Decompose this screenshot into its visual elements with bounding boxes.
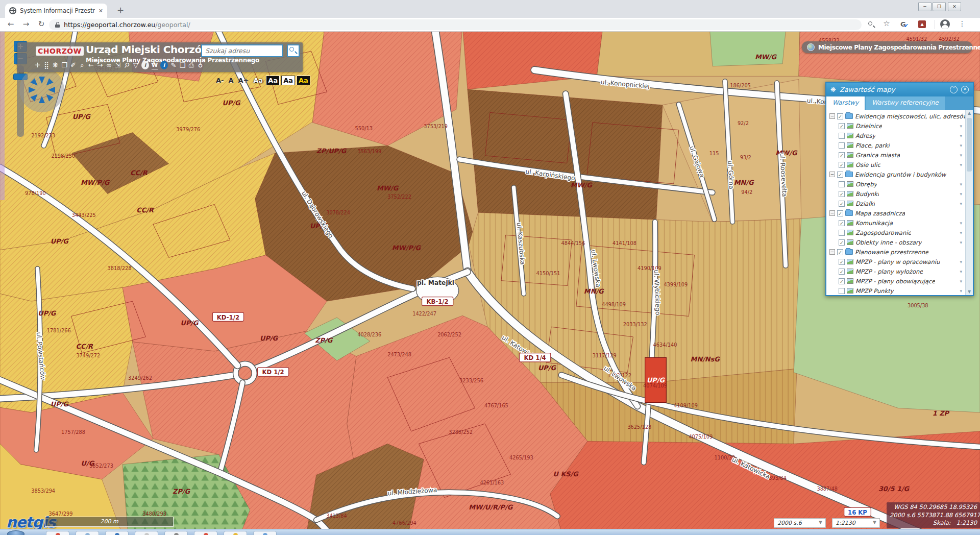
layer-row[interactable]: ✓Dzielnice▾ — [826, 121, 965, 131]
layer-row[interactable]: ✓Obiekty inne - obszary▾ — [826, 237, 965, 247]
forward-arrow-icon[interactable]: → — [97, 61, 104, 69]
map-question-icon[interactable]: ❑ — [179, 61, 186, 69]
settings-gear-icon[interactable]: ❋ — [52, 61, 59, 69]
back-arrow-icon[interactable]: ← — [88, 61, 94, 69]
tab-warstwy[interactable]: Warstwy — [826, 96, 865, 110]
panel-header[interactable]: ❋ Zawartość mapy ˄ ✕ — [826, 83, 973, 96]
window-close-button[interactable]: ✕ — [948, 2, 961, 11]
scroll-up-icon[interactable]: ▲ — [966, 111, 973, 115]
layer-options-arrow-icon[interactable]: ▾ — [960, 279, 962, 284]
draw-marker-icon[interactable]: ✐ — [70, 61, 77, 69]
font-button-5[interactable]: Aa — [281, 76, 295, 85]
layer-row[interactable]: ✓MPZP - plany wyłożone▾ — [826, 266, 965, 276]
layer-checkbox[interactable]: ✓ — [837, 113, 843, 119]
layer-checkbox[interactable] — [839, 288, 845, 294]
layer-checkbox[interactable] — [839, 230, 845, 236]
font-button-3[interactable]: Aa — [252, 76, 265, 85]
basemap-selector[interactable]: Miejscowe Plany Zagospodarowania Przestr… — [802, 41, 972, 53]
identify-info-icon[interactable]: i — [160, 61, 168, 69]
tab-warstwy-referencyjne[interactable]: Warstwy referencyjne — [866, 96, 944, 110]
extent-icon[interactable]: ⇲ — [115, 61, 121, 69]
layer-checkbox[interactable]: ✓ — [839, 191, 845, 197]
layer-row[interactable]: MPZP Punkty▾ — [826, 286, 965, 295]
new-tab-button[interactable]: + — [114, 5, 127, 17]
zoom-page-icon[interactable] — [868, 21, 875, 28]
layer-row[interactable]: ✓Budynki▾ — [826, 189, 965, 199]
group-row[interactable]: −✓Ewidencja miejscowości, ulic, adresów — [826, 111, 965, 121]
profile-avatar[interactable] — [940, 19, 950, 29]
pencil-icon[interactable]: ✎ — [170, 61, 177, 69]
print-icon[interactable]: ⎙ — [188, 61, 195, 69]
layer-checkbox[interactable]: ✓ — [839, 162, 845, 168]
search-button[interactable] — [287, 44, 300, 57]
bookmark-star-icon[interactable]: ☆ — [881, 19, 892, 28]
layer-options-arrow-icon[interactable]: ▾ — [960, 259, 962, 264]
font-button-0[interactable]: A- — [214, 76, 225, 85]
layer-row[interactable]: Obręby▾ — [826, 179, 965, 189]
group-row[interactable]: −✓Ewidencja gruntów i budynków — [826, 169, 965, 179]
taskbar-item[interactable] — [194, 531, 217, 535]
layer-row[interactable]: Adresy▾ — [826, 131, 965, 140]
collapse-minus-icon[interactable]: − — [829, 210, 835, 216]
layer-checkbox[interactable]: ✓ — [839, 201, 845, 207]
layer-options-arrow-icon[interactable]: ▾ — [960, 240, 962, 245]
layer-checkbox[interactable]: ✓ — [837, 210, 843, 216]
taskbar-item[interactable] — [135, 531, 158, 535]
windows-taskbar[interactable] — [0, 529, 980, 535]
layer-row[interactable]: ✓Granica miasta▾ — [826, 150, 965, 160]
layer-options-arrow-icon[interactable]: ▾ — [960, 269, 962, 274]
layer-options-arrow-icon[interactable]: ▾ — [960, 124, 962, 129]
window-restore-button[interactable]: ❐ — [933, 2, 946, 11]
browser-tab[interactable]: System Informacji Przestrzennej U ✕ — [5, 4, 107, 18]
layer-options-arrow-icon[interactable]: ▾ — [960, 182, 962, 187]
group-row[interactable]: −✓Planowanie przestrzenne — [826, 247, 965, 257]
layer-checkbox[interactable] — [839, 181, 845, 187]
extension-g-icon[interactable]: G✔ — [900, 20, 911, 28]
collapse-minus-icon[interactable]: − — [829, 249, 835, 255]
taskbar-item[interactable] — [76, 531, 99, 535]
scroll-down-icon[interactable]: ▼ — [966, 289, 973, 294]
info-icon[interactable]: i — [141, 61, 149, 69]
layer-row[interactable]: ✓Komunikacja▾ — [826, 218, 965, 228]
layer-checkbox[interactable]: ✓ — [839, 239, 845, 246]
panel-close-icon[interactable]: ✕ — [961, 86, 969, 93]
layer-checkbox[interactable]: ✓ — [839, 259, 845, 265]
group-row[interactable]: −✓Mapa zasadnicza — [826, 208, 965, 218]
reload-icon[interactable]: ↻ — [36, 19, 47, 29]
layer-row[interactable]: ✓Działki▾ — [826, 199, 965, 208]
filter-icon[interactable]: ▽ — [133, 61, 139, 69]
layer-row[interactable]: Zagospodarowanie▾ — [826, 228, 965, 237]
layer-options-arrow-icon[interactable]: ▾ — [960, 133, 962, 138]
taskbar-item[interactable] — [105, 531, 129, 535]
collapse-minus-icon[interactable]: − — [829, 113, 835, 119]
panel-scrollbar[interactable]: ▲ ▼ — [965, 110, 973, 295]
panel-collapse-icon[interactable]: ˄ — [950, 86, 958, 93]
forward-icon[interactable]: → — [20, 19, 32, 29]
layer-row[interactable]: Place, parki▾ — [826, 140, 965, 150]
tab-close-icon[interactable]: ✕ — [99, 8, 103, 14]
scrollbar-thumb[interactable] — [967, 118, 972, 172]
layer-checkbox[interactable]: ✓ — [837, 172, 843, 178]
taskbar-item[interactable] — [253, 531, 277, 535]
layer-row[interactable]: ✓Osie ulic▾ — [826, 160, 965, 169]
start-orb[interactable] — [7, 530, 24, 535]
layer-checkbox[interactable] — [839, 142, 845, 149]
search-input[interactable] — [201, 44, 283, 57]
layer-checkbox[interactable] — [839, 133, 845, 139]
layers-book-icon[interactable]: ❐ — [61, 61, 68, 69]
layer-options-arrow-icon[interactable]: ▾ — [960, 143, 962, 148]
link-icon[interactable]: ∞ — [106, 61, 112, 69]
layer-checkbox[interactable]: ✓ — [837, 249, 843, 255]
font-button-4[interactable]: Aa — [266, 76, 280, 85]
pushpin-icon[interactable]: ⚲ — [121, 60, 132, 70]
layer-options-arrow-icon[interactable]: ▾ — [960, 153, 962, 158]
location-pin-icon[interactable]: ♁ — [197, 61, 204, 69]
layer-options-arrow-icon[interactable]: ▾ — [960, 191, 962, 197]
zoom-search-icon[interactable]: ⌕ — [79, 61, 86, 69]
layer-options-arrow-icon[interactable]: ▾ — [960, 221, 962, 226]
layer-options-arrow-icon[interactable]: ▾ — [960, 162, 962, 167]
layer-checkbox[interactable]: ✓ — [839, 278, 845, 284]
layer-checkbox[interactable]: ✓ — [839, 152, 845, 158]
chart-icon[interactable]: W — [152, 61, 158, 69]
taskbar-item[interactable] — [164, 531, 188, 535]
